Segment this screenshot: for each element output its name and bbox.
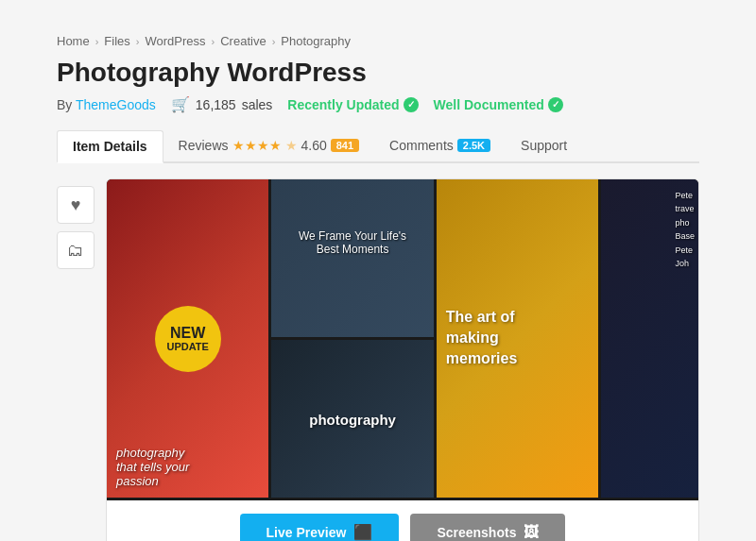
folder-icon: 🗂: [67, 241, 84, 261]
half-star: ★: [285, 138, 298, 153]
sales-label: sales: [242, 97, 273, 112]
image-icon: 🖼: [524, 524, 539, 541]
preview-card: NEW UPDATE photographythat tells yourpas…: [106, 178, 699, 541]
live-preview-button[interactable]: Live Preview ⬛: [240, 514, 400, 541]
tab-comments[interactable]: Comments 2.5K: [374, 130, 506, 161]
breadcrumb-files[interactable]: Files: [104, 34, 129, 48]
new-update-badge: NEW UPDATE: [155, 306, 221, 372]
mosaic-cell-1: NEW UPDATE photographythat tells yourpas…: [107, 179, 268, 498]
folder-button[interactable]: 🗂: [57, 231, 94, 269]
cell-5-label: photography: [309, 411, 396, 427]
mosaic-grid: NEW UPDATE photographythat tells yourpas…: [107, 179, 698, 500]
stars: ★★★★: [232, 138, 282, 153]
mosaic-cell-4: PetetravephoBasePeteJoh: [601, 179, 698, 498]
breadcrumb-current: Photography: [281, 34, 351, 48]
live-preview-label: Live Preview: [266, 525, 347, 540]
cell-4-label: PetetravephoBasePeteJoh: [675, 189, 695, 270]
breadcrumb-creative[interactable]: Creative: [220, 34, 266, 48]
side-actions: ♥ 🗂: [57, 178, 94, 269]
main-content: ♥ 🗂 NEW UPDATE photographythat tells you…: [57, 178, 699, 541]
breadcrumb-home[interactable]: Home: [57, 34, 90, 48]
meta-row: By ThemeGoods 🛒 16,185 sales Recently Up…: [57, 95, 699, 113]
mosaic-cell-2: We Frame Your Life'sBest Moments: [271, 179, 433, 337]
tabs-bar: Item Details Reviews ★★★★★ 4.60 841 Comm…: [57, 128, 699, 163]
review-count-badge: 841: [331, 139, 359, 152]
comments-count-badge: 2.5K: [457, 139, 490, 152]
tab-reviews[interactable]: Reviews ★★★★★ 4.60 841: [163, 130, 375, 161]
new-text: NEW: [170, 325, 205, 342]
recently-updated-badge: Recently Updated ✓: [287, 97, 418, 112]
breadcrumb-sep-3: ›: [212, 36, 215, 47]
page-wrapper: Home › Files › WordPress › Creative › Ph…: [19, 19, 737, 541]
author-prefix: By: [57, 97, 72, 112]
breadcrumb: Home › Files › WordPress › Creative › Ph…: [57, 34, 699, 48]
tab-support-label: Support: [521, 138, 567, 153]
tab-comments-label: Comments: [389, 138, 454, 153]
breadcrumb-sep-1: ›: [95, 36, 99, 47]
author-info: By ThemeGoods: [57, 97, 156, 112]
well-documented-badge: Well Documented ✓: [434, 97, 563, 112]
breadcrumb-sep-2: ›: [136, 36, 140, 47]
sales-count: 16,185: [196, 97, 236, 112]
cell-3-label: The art ofmakingmemories: [446, 307, 518, 370]
check-icon: ✓: [404, 97, 419, 112]
mosaic-cell-3: The art ofmakingmemories: [437, 179, 598, 498]
heart-icon: ♥: [71, 195, 81, 215]
screenshots-button[interactable]: Screenshots 🖼: [410, 514, 565, 541]
preview-image: NEW UPDATE photographythat tells yourpas…: [107, 179, 698, 500]
monitor-icon: ⬛: [353, 523, 372, 541]
favorite-button[interactable]: ♥: [57, 186, 94, 224]
tab-item-details[interactable]: Item Details: [57, 130, 163, 163]
breadcrumb-wordpress[interactable]: WordPress: [145, 34, 205, 48]
update-text: UPDATE: [166, 341, 208, 352]
cell-1-label: photographythat tells yourpassion: [116, 446, 259, 488]
screenshots-label: Screenshots: [437, 525, 516, 540]
card-footer: Live Preview ⬛ Screenshots 🖼: [107, 500, 698, 541]
rating-value: 4.60: [301, 138, 327, 153]
page-title: Photography WordPress: [57, 58, 699, 88]
check-icon-2: ✓: [548, 97, 563, 112]
sales-info: 🛒 16,185 sales: [171, 95, 273, 113]
breadcrumb-sep-4: ›: [272, 36, 276, 47]
tab-reviews-label: Reviews: [179, 138, 229, 153]
tab-support[interactable]: Support: [506, 130, 582, 161]
author-link[interactable]: ThemeGoods: [76, 97, 156, 112]
mosaic-cell-5: photography: [271, 340, 433, 498]
cell-2-label: We Frame Your Life'sBest Moments: [299, 229, 406, 256]
cart-icon: 🛒: [171, 95, 190, 113]
